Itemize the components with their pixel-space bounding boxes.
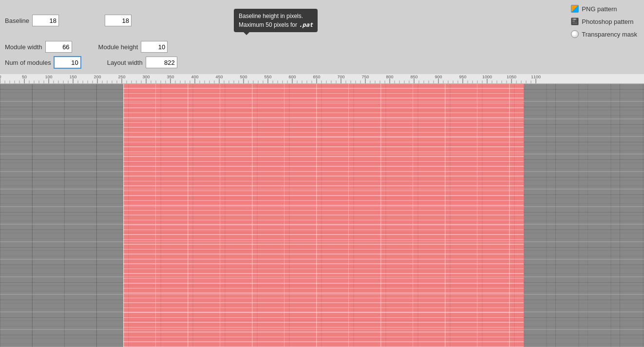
ruler <box>0 74 644 84</box>
toolbar-row-1: Baseline Baseline height in pixels. Maxi… <box>5 4 639 39</box>
toolbar-row-3: Num of modules Layout width <box>5 57 639 70</box>
baseline-label: Baseline <box>5 17 29 24</box>
module-width-label: Module width <box>5 43 42 51</box>
transparency-icon <box>571 30 579 38</box>
layout-width-group: Layout width <box>107 57 177 68</box>
transparency-export-button[interactable]: Transparency mask <box>569 29 639 39</box>
baseline2-group <box>105 15 132 26</box>
module-height-group: Module height <box>98 41 168 53</box>
baseline-input[interactable] <box>32 15 59 26</box>
outside-right <box>523 84 644 347</box>
ps-icon <box>571 18 579 25</box>
canvas-area[interactable] <box>0 84 644 347</box>
num-modules-label: Num of modules <box>5 59 51 66</box>
layout-width-input[interactable] <box>146 57 177 68</box>
png-icon <box>571 5 579 13</box>
module-width-input[interactable] <box>45 41 72 53</box>
pattern-container <box>0 84 644 347</box>
baseline-tooltip: Baseline height in pixels. Maximum 50 pi… <box>234 9 318 32</box>
module-height-input[interactable] <box>141 41 168 53</box>
num-modules-input[interactable] <box>54 57 81 68</box>
module-width-group: Module width <box>5 41 72 53</box>
baseline2-input[interactable] <box>105 15 132 26</box>
outside-left <box>0 84 123 347</box>
layout-width-label: Layout width <box>107 59 143 66</box>
toolbar-row-2: Module width Module height <box>5 41 639 55</box>
num-modules-group: Num of modules <box>5 57 81 68</box>
ruler-canvas <box>0 74 644 83</box>
baseline-group: Baseline <box>5 15 59 26</box>
ps-export-button[interactable]: Photoshop pattern <box>569 17 639 26</box>
png-export-button[interactable]: PNG pattern <box>569 4 639 14</box>
module-height-label: Module height <box>98 43 138 51</box>
layout-area <box>123 84 524 347</box>
export-group: PNG pattern Photoshop pattern Transparen… <box>569 4 639 39</box>
toolbar: Baseline Baseline height in pixels. Maxi… <box>0 0 644 74</box>
